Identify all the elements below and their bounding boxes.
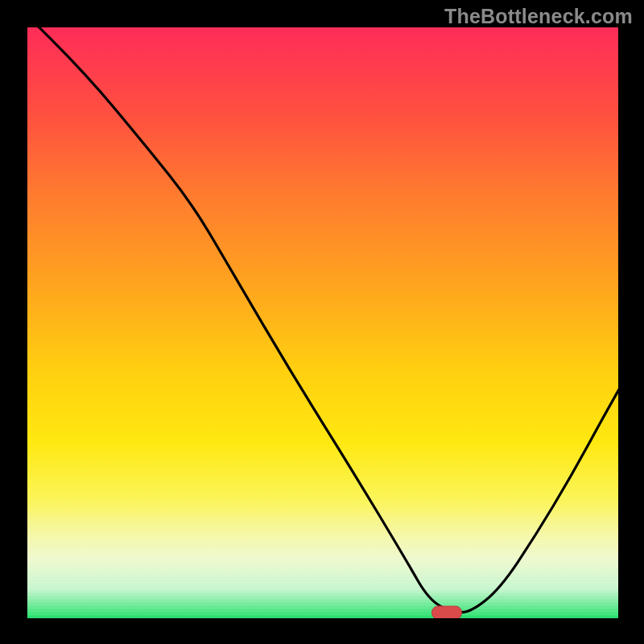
optimal-point-marker: [431, 605, 462, 618]
chart-frame: TheBottleneck.com: [0, 0, 644, 644]
plot-area: [27, 27, 618, 618]
heat-gradient-background: [27, 27, 618, 618]
watermark-label: TheBottleneck.com: [444, 5, 633, 28]
